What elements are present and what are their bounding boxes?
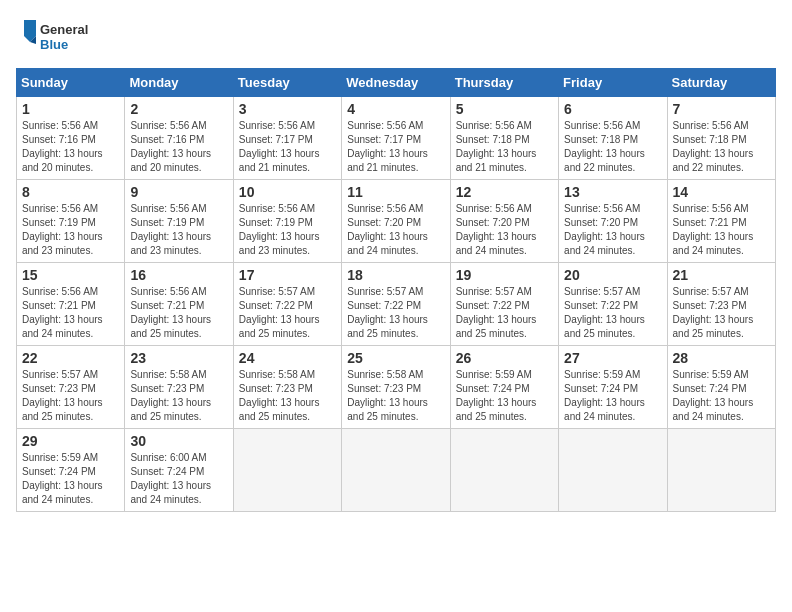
calendar-cell: 27Sunrise: 5:59 AM Sunset: 7:24 PM Dayli… (559, 346, 667, 429)
calendar-cell: 17Sunrise: 5:57 AM Sunset: 7:22 PM Dayli… (233, 263, 341, 346)
day-number: 16 (130, 267, 227, 283)
calendar-cell: 13Sunrise: 5:56 AM Sunset: 7:20 PM Dayli… (559, 180, 667, 263)
day-number: 20 (564, 267, 661, 283)
day-number: 21 (673, 267, 770, 283)
day-info: Sunrise: 5:56 AM Sunset: 7:19 PM Dayligh… (22, 202, 119, 258)
day-info: Sunrise: 5:56 AM Sunset: 7:19 PM Dayligh… (239, 202, 336, 258)
day-info: Sunrise: 5:58 AM Sunset: 7:23 PM Dayligh… (130, 368, 227, 424)
day-number: 6 (564, 101, 661, 117)
svg-text:Blue: Blue (40, 37, 68, 52)
day-info: Sunrise: 5:56 AM Sunset: 7:21 PM Dayligh… (673, 202, 770, 258)
day-info: Sunrise: 5:56 AM Sunset: 7:19 PM Dayligh… (130, 202, 227, 258)
day-number: 15 (22, 267, 119, 283)
day-info: Sunrise: 5:56 AM Sunset: 7:18 PM Dayligh… (673, 119, 770, 175)
day-number: 5 (456, 101, 553, 117)
day-number: 18 (347, 267, 444, 283)
day-info: Sunrise: 5:56 AM Sunset: 7:21 PM Dayligh… (130, 285, 227, 341)
day-number: 29 (22, 433, 119, 449)
calendar-cell: 2Sunrise: 5:56 AM Sunset: 7:16 PM Daylig… (125, 97, 233, 180)
day-info: Sunrise: 5:56 AM Sunset: 7:20 PM Dayligh… (456, 202, 553, 258)
logo-svg: General Blue (16, 16, 96, 58)
day-info: Sunrise: 5:57 AM Sunset: 7:22 PM Dayligh… (347, 285, 444, 341)
calendar-cell (667, 429, 775, 512)
day-info: Sunrise: 5:56 AM Sunset: 7:16 PM Dayligh… (130, 119, 227, 175)
calendar-cell: 4Sunrise: 5:56 AM Sunset: 7:17 PM Daylig… (342, 97, 450, 180)
calendar-cell: 23Sunrise: 5:58 AM Sunset: 7:23 PM Dayli… (125, 346, 233, 429)
day-info: Sunrise: 5:59 AM Sunset: 7:24 PM Dayligh… (456, 368, 553, 424)
weekday-header-wednesday: Wednesday (342, 69, 450, 97)
calendar-cell: 19Sunrise: 5:57 AM Sunset: 7:22 PM Dayli… (450, 263, 558, 346)
day-number: 10 (239, 184, 336, 200)
day-info: Sunrise: 5:57 AM Sunset: 7:23 PM Dayligh… (22, 368, 119, 424)
day-number: 3 (239, 101, 336, 117)
calendar-cell: 11Sunrise: 5:56 AM Sunset: 7:20 PM Dayli… (342, 180, 450, 263)
calendar-cell: 14Sunrise: 5:56 AM Sunset: 7:21 PM Dayli… (667, 180, 775, 263)
calendar-cell: 28Sunrise: 5:59 AM Sunset: 7:24 PM Dayli… (667, 346, 775, 429)
svg-text:General: General (40, 22, 88, 37)
day-number: 8 (22, 184, 119, 200)
calendar-week-5: 29Sunrise: 5:59 AM Sunset: 7:24 PM Dayli… (17, 429, 776, 512)
day-number: 14 (673, 184, 770, 200)
day-info: Sunrise: 5:57 AM Sunset: 7:22 PM Dayligh… (564, 285, 661, 341)
day-info: Sunrise: 5:59 AM Sunset: 7:24 PM Dayligh… (22, 451, 119, 507)
calendar-cell: 20Sunrise: 5:57 AM Sunset: 7:22 PM Dayli… (559, 263, 667, 346)
weekday-header-monday: Monday (125, 69, 233, 97)
calendar-week-4: 22Sunrise: 5:57 AM Sunset: 7:23 PM Dayli… (17, 346, 776, 429)
day-info: Sunrise: 5:57 AM Sunset: 7:23 PM Dayligh… (673, 285, 770, 341)
day-info: Sunrise: 5:59 AM Sunset: 7:24 PM Dayligh… (564, 368, 661, 424)
day-number: 27 (564, 350, 661, 366)
calendar-cell: 8Sunrise: 5:56 AM Sunset: 7:19 PM Daylig… (17, 180, 125, 263)
calendar-cell: 7Sunrise: 5:56 AM Sunset: 7:18 PM Daylig… (667, 97, 775, 180)
logo: General Blue (16, 16, 96, 58)
calendar-cell: 6Sunrise: 5:56 AM Sunset: 7:18 PM Daylig… (559, 97, 667, 180)
calendar-cell (233, 429, 341, 512)
day-info: Sunrise: 5:56 AM Sunset: 7:18 PM Dayligh… (564, 119, 661, 175)
calendar-cell: 30Sunrise: 6:00 AM Sunset: 7:24 PM Dayli… (125, 429, 233, 512)
day-number: 24 (239, 350, 336, 366)
day-number: 9 (130, 184, 227, 200)
calendar-cell: 24Sunrise: 5:58 AM Sunset: 7:23 PM Dayli… (233, 346, 341, 429)
calendar-week-1: 1Sunrise: 5:56 AM Sunset: 7:16 PM Daylig… (17, 97, 776, 180)
weekday-header-saturday: Saturday (667, 69, 775, 97)
day-number: 22 (22, 350, 119, 366)
weekday-header-thursday: Thursday (450, 69, 558, 97)
calendar-cell: 26Sunrise: 5:59 AM Sunset: 7:24 PM Dayli… (450, 346, 558, 429)
day-info: Sunrise: 5:56 AM Sunset: 7:17 PM Dayligh… (347, 119, 444, 175)
day-info: Sunrise: 5:58 AM Sunset: 7:23 PM Dayligh… (347, 368, 444, 424)
calendar-cell: 21Sunrise: 5:57 AM Sunset: 7:23 PM Dayli… (667, 263, 775, 346)
calendar-cell: 10Sunrise: 5:56 AM Sunset: 7:19 PM Dayli… (233, 180, 341, 263)
calendar-body: 1Sunrise: 5:56 AM Sunset: 7:16 PM Daylig… (17, 97, 776, 512)
day-info: Sunrise: 5:56 AM Sunset: 7:16 PM Dayligh… (22, 119, 119, 175)
day-number: 25 (347, 350, 444, 366)
day-info: Sunrise: 5:57 AM Sunset: 7:22 PM Dayligh… (239, 285, 336, 341)
calendar-week-3: 15Sunrise: 5:56 AM Sunset: 7:21 PM Dayli… (17, 263, 776, 346)
calendar-cell: 25Sunrise: 5:58 AM Sunset: 7:23 PM Dayli… (342, 346, 450, 429)
day-number: 4 (347, 101, 444, 117)
calendar-cell: 22Sunrise: 5:57 AM Sunset: 7:23 PM Dayli… (17, 346, 125, 429)
day-number: 23 (130, 350, 227, 366)
day-info: Sunrise: 5:56 AM Sunset: 7:21 PM Dayligh… (22, 285, 119, 341)
day-number: 28 (673, 350, 770, 366)
calendar-table: SundayMondayTuesdayWednesdayThursdayFrid… (16, 68, 776, 512)
calendar-cell: 16Sunrise: 5:56 AM Sunset: 7:21 PM Dayli… (125, 263, 233, 346)
day-info: Sunrise: 6:00 AM Sunset: 7:24 PM Dayligh… (130, 451, 227, 507)
day-number: 30 (130, 433, 227, 449)
calendar-cell: 15Sunrise: 5:56 AM Sunset: 7:21 PM Dayli… (17, 263, 125, 346)
day-info: Sunrise: 5:56 AM Sunset: 7:18 PM Dayligh… (456, 119, 553, 175)
calendar-cell: 12Sunrise: 5:56 AM Sunset: 7:20 PM Dayli… (450, 180, 558, 263)
calendar-cell: 29Sunrise: 5:59 AM Sunset: 7:24 PM Dayli… (17, 429, 125, 512)
day-number: 7 (673, 101, 770, 117)
day-number: 26 (456, 350, 553, 366)
calendar-cell (450, 429, 558, 512)
header: General Blue (16, 16, 776, 58)
weekday-header-sunday: Sunday (17, 69, 125, 97)
day-number: 11 (347, 184, 444, 200)
calendar-cell (342, 429, 450, 512)
day-info: Sunrise: 5:57 AM Sunset: 7:22 PM Dayligh… (456, 285, 553, 341)
day-info: Sunrise: 5:56 AM Sunset: 7:20 PM Dayligh… (564, 202, 661, 258)
calendar-cell: 18Sunrise: 5:57 AM Sunset: 7:22 PM Dayli… (342, 263, 450, 346)
day-number: 2 (130, 101, 227, 117)
day-info: Sunrise: 5:58 AM Sunset: 7:23 PM Dayligh… (239, 368, 336, 424)
day-number: 17 (239, 267, 336, 283)
day-number: 13 (564, 184, 661, 200)
